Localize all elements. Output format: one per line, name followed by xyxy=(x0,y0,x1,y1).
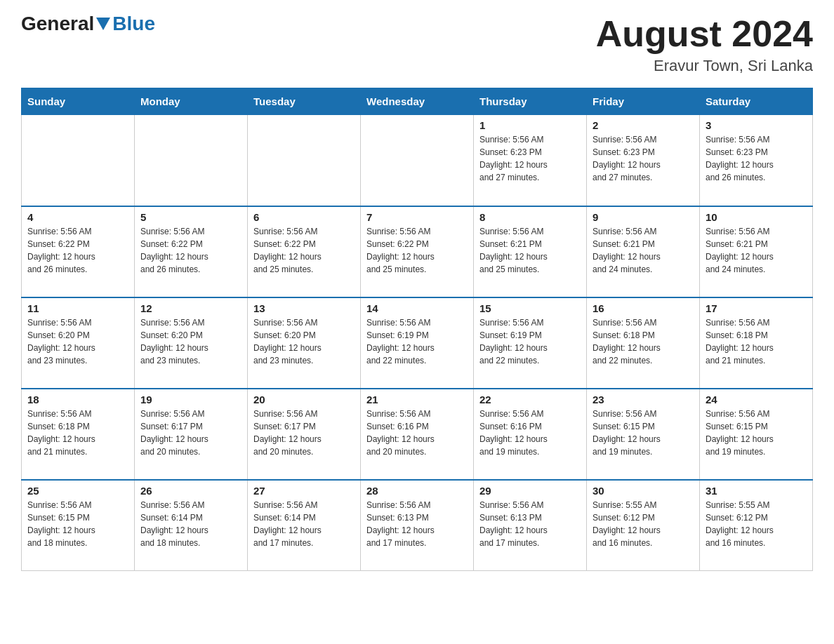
page-header: General Blue August 2024 Eravur Town, Sr… xyxy=(21,14,813,75)
day-info: Sunrise: 5:56 AM Sunset: 6:23 PM Dayligh… xyxy=(706,133,807,184)
week-row-0: 1Sunrise: 5:56 AM Sunset: 6:23 PM Daylig… xyxy=(22,115,813,206)
day-number: 26 xyxy=(140,485,241,497)
week-row-1: 4Sunrise: 5:56 AM Sunset: 6:22 PM Daylig… xyxy=(22,206,813,297)
day-info: Sunrise: 5:56 AM Sunset: 6:15 PM Dayligh… xyxy=(593,408,694,458)
calendar-cell: 7Sunrise: 5:56 AM Sunset: 6:22 PM Daylig… xyxy=(361,206,474,297)
day-number: 2 xyxy=(593,119,694,131)
day-number: 4 xyxy=(27,211,128,223)
day-info: Sunrise: 5:56 AM Sunset: 6:18 PM Dayligh… xyxy=(593,316,694,367)
day-info: Sunrise: 5:56 AM Sunset: 6:21 PM Dayligh… xyxy=(593,225,694,276)
calendar-cell: 30Sunrise: 5:55 AM Sunset: 6:12 PM Dayli… xyxy=(587,480,700,571)
day-number: 8 xyxy=(479,211,581,223)
calendar-cell: 15Sunrise: 5:56 AM Sunset: 6:19 PM Dayli… xyxy=(474,297,587,389)
week-row-2: 11Sunrise: 5:56 AM Sunset: 6:20 PM Dayli… xyxy=(22,297,813,389)
calendar-cell xyxy=(22,115,135,206)
day-number: 14 xyxy=(366,302,468,314)
day-number: 13 xyxy=(253,302,355,314)
day-number: 29 xyxy=(479,485,581,497)
header-friday: Friday xyxy=(587,88,700,115)
header-sunday: Sunday xyxy=(22,88,135,115)
day-number: 7 xyxy=(366,211,468,223)
day-number: 20 xyxy=(253,394,355,405)
header-saturday: Saturday xyxy=(700,88,813,115)
day-number: 10 xyxy=(706,211,807,223)
calendar-cell xyxy=(135,115,248,206)
calendar-cell: 20Sunrise: 5:56 AM Sunset: 6:17 PM Dayli… xyxy=(248,389,361,480)
calendar-cell: 22Sunrise: 5:56 AM Sunset: 6:16 PM Dayli… xyxy=(474,389,587,480)
calendar-cell xyxy=(248,115,361,206)
day-info: Sunrise: 5:56 AM Sunset: 6:20 PM Dayligh… xyxy=(140,316,241,367)
week-row-3: 18Sunrise: 5:56 AM Sunset: 6:18 PM Dayli… xyxy=(22,389,813,480)
day-info: Sunrise: 5:56 AM Sunset: 6:23 PM Dayligh… xyxy=(593,133,694,184)
day-number: 3 xyxy=(706,119,807,131)
header-wednesday: Wednesday xyxy=(361,88,474,115)
calendar-cell: 31Sunrise: 5:55 AM Sunset: 6:12 PM Dayli… xyxy=(700,480,813,571)
calendar-cell: 6Sunrise: 5:56 AM Sunset: 6:22 PM Daylig… xyxy=(248,206,361,297)
calendar-cell: 1Sunrise: 5:56 AM Sunset: 6:23 PM Daylig… xyxy=(474,115,587,206)
logo-text: General Blue xyxy=(21,14,155,34)
calendar-cell: 11Sunrise: 5:56 AM Sunset: 6:20 PM Dayli… xyxy=(22,297,135,389)
header-tuesday: Tuesday xyxy=(248,88,361,115)
calendar-body: 1Sunrise: 5:56 AM Sunset: 6:23 PM Daylig… xyxy=(22,115,813,571)
day-number: 17 xyxy=(706,302,807,314)
calendar-cell: 9Sunrise: 5:56 AM Sunset: 6:21 PM Daylig… xyxy=(587,206,700,297)
calendar-cell: 24Sunrise: 5:56 AM Sunset: 6:15 PM Dayli… xyxy=(700,389,813,480)
day-info: Sunrise: 5:55 AM Sunset: 6:12 PM Dayligh… xyxy=(706,499,807,549)
day-info: Sunrise: 5:56 AM Sunset: 6:22 PM Dayligh… xyxy=(140,225,241,276)
day-number: 6 xyxy=(253,211,355,223)
calendar-cell: 14Sunrise: 5:56 AM Sunset: 6:19 PM Dayli… xyxy=(361,297,474,389)
header-thursday: Thursday xyxy=(474,88,587,115)
day-info: Sunrise: 5:56 AM Sunset: 6:15 PM Dayligh… xyxy=(27,499,128,549)
calendar-title: August 2024 xyxy=(596,14,813,54)
day-info: Sunrise: 5:56 AM Sunset: 6:20 PM Dayligh… xyxy=(27,316,128,367)
day-info: Sunrise: 5:56 AM Sunset: 6:14 PM Dayligh… xyxy=(140,499,241,549)
week-row-4: 25Sunrise: 5:56 AM Sunset: 6:15 PM Dayli… xyxy=(22,480,813,571)
calendar-cell: 12Sunrise: 5:56 AM Sunset: 6:20 PM Dayli… xyxy=(135,297,248,389)
day-info: Sunrise: 5:56 AM Sunset: 6:22 PM Dayligh… xyxy=(366,225,468,276)
calendar-cell: 10Sunrise: 5:56 AM Sunset: 6:21 PM Dayli… xyxy=(700,206,813,297)
calendar-table: Sunday Monday Tuesday Wednesday Thursday… xyxy=(21,88,813,571)
calendar-cell: 8Sunrise: 5:56 AM Sunset: 6:21 PM Daylig… xyxy=(474,206,587,297)
calendar-cell xyxy=(361,115,474,206)
calendar-cell: 4Sunrise: 5:56 AM Sunset: 6:22 PM Daylig… xyxy=(22,206,135,297)
day-number: 15 xyxy=(479,302,581,314)
day-info: Sunrise: 5:56 AM Sunset: 6:23 PM Dayligh… xyxy=(479,133,581,184)
calendar-cell: 18Sunrise: 5:56 AM Sunset: 6:18 PM Dayli… xyxy=(22,389,135,480)
day-info: Sunrise: 5:56 AM Sunset: 6:17 PM Dayligh… xyxy=(253,408,355,458)
day-info: Sunrise: 5:56 AM Sunset: 6:19 PM Dayligh… xyxy=(366,316,468,367)
calendar-cell: 28Sunrise: 5:56 AM Sunset: 6:13 PM Dayli… xyxy=(361,480,474,571)
day-info: Sunrise: 5:56 AM Sunset: 6:16 PM Dayligh… xyxy=(366,408,468,458)
day-number: 18 xyxy=(27,394,128,405)
day-info: Sunrise: 5:56 AM Sunset: 6:18 PM Dayligh… xyxy=(706,316,807,367)
calendar-cell: 23Sunrise: 5:56 AM Sunset: 6:15 PM Dayli… xyxy=(587,389,700,480)
day-info: Sunrise: 5:56 AM Sunset: 6:13 PM Dayligh… xyxy=(366,499,468,549)
day-number: 28 xyxy=(366,485,468,497)
day-info: Sunrise: 5:56 AM Sunset: 6:16 PM Dayligh… xyxy=(479,408,581,458)
day-info: Sunrise: 5:55 AM Sunset: 6:12 PM Dayligh… xyxy=(593,499,694,549)
day-number: 23 xyxy=(593,394,694,405)
day-info: Sunrise: 5:56 AM Sunset: 6:15 PM Dayligh… xyxy=(706,408,807,458)
day-info: Sunrise: 5:56 AM Sunset: 6:13 PM Dayligh… xyxy=(479,499,581,549)
calendar-cell: 13Sunrise: 5:56 AM Sunset: 6:20 PM Dayli… xyxy=(248,297,361,389)
day-info: Sunrise: 5:56 AM Sunset: 6:17 PM Dayligh… xyxy=(140,408,241,458)
calendar-cell: 27Sunrise: 5:56 AM Sunset: 6:14 PM Dayli… xyxy=(248,480,361,571)
calendar-cell: 5Sunrise: 5:56 AM Sunset: 6:22 PM Daylig… xyxy=(135,206,248,297)
day-number: 27 xyxy=(253,485,355,497)
day-number: 1 xyxy=(479,119,581,131)
logo-triangle-icon xyxy=(96,18,110,30)
day-number: 16 xyxy=(593,302,694,314)
calendar-cell: 26Sunrise: 5:56 AM Sunset: 6:14 PM Dayli… xyxy=(135,480,248,571)
day-number: 22 xyxy=(479,394,581,405)
calendar-cell: 17Sunrise: 5:56 AM Sunset: 6:18 PM Dayli… xyxy=(700,297,813,389)
day-number: 30 xyxy=(593,485,694,497)
calendar-cell: 3Sunrise: 5:56 AM Sunset: 6:23 PM Daylig… xyxy=(700,115,813,206)
calendar-cell: 19Sunrise: 5:56 AM Sunset: 6:17 PM Dayli… xyxy=(135,389,248,480)
day-info: Sunrise: 5:56 AM Sunset: 6:22 PM Dayligh… xyxy=(27,225,128,276)
day-info: Sunrise: 5:56 AM Sunset: 6:20 PM Dayligh… xyxy=(253,316,355,367)
logo-blue: Blue xyxy=(112,14,155,34)
day-number: 9 xyxy=(593,211,694,223)
calendar-cell: 25Sunrise: 5:56 AM Sunset: 6:15 PM Dayli… xyxy=(22,480,135,571)
day-number: 31 xyxy=(706,485,807,497)
logo: General Blue xyxy=(21,14,155,34)
logo-general: General xyxy=(21,14,94,34)
